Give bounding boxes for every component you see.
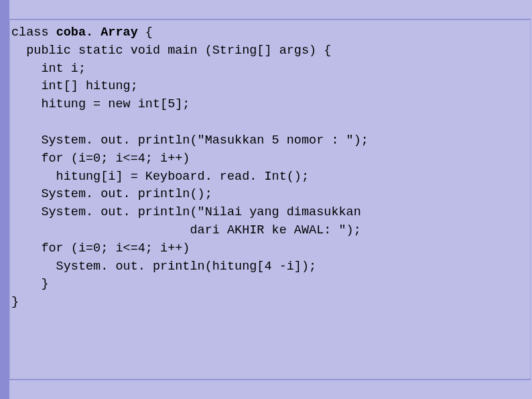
left-margin-bar [0, 0, 9, 399]
code-line-16: } [11, 295, 19, 309]
code-line-14: System. out. println(hitung[4 -i]); [11, 260, 316, 274]
code-block: class coba. Array { public static void m… [9, 20, 531, 379]
code-line-8: for (i=0; i<=4; i++) [11, 152, 190, 166]
code-line-3: int i; [11, 62, 86, 76]
code-line-13: for (i=0; i<=4; i++) [11, 241, 190, 255]
code-line-1c: { [138, 25, 153, 40]
code-line-9: hitung[i] = Keyboard. read. Int(); [11, 170, 309, 184]
code-line-1b: coba. Array [56, 25, 138, 40]
code-line-4: int[] hitung; [11, 79, 138, 93]
bottom-rule [9, 379, 531, 380]
code-line-10: System. out. println(); [11, 187, 212, 201]
code-line-12: dari AKHIR ke AWAL: "); [11, 223, 361, 237]
code-line-11: System. out. println("Nilai yang dimasuk… [11, 205, 361, 219]
code-line-1a: class [11, 25, 56, 40]
code-line-2: public static void main (String[] args) … [11, 44, 331, 58]
code-line-7: System. out. println("Masukkan 5 nomor :… [11, 133, 369, 148]
code-line-5: hitung = new int[5]; [11, 97, 190, 111]
code-line-15: } [11, 277, 49, 291]
